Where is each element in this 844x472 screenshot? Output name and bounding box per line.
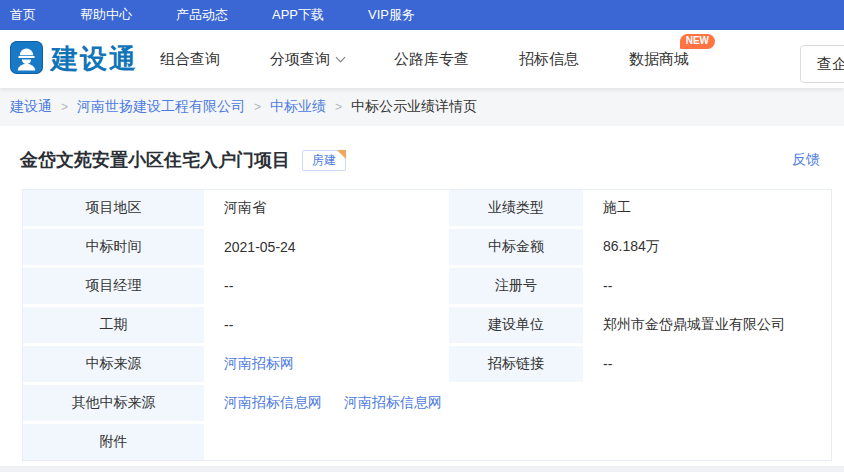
main-nav: 组合查询 分项查询 公路库专查 招标信息 数据商城 NEW	[160, 50, 689, 69]
topbar-item-vip-service[interactable]: VIP服务	[368, 6, 415, 24]
label-bid-date: 中标时间	[23, 229, 204, 265]
label-attachment: 附件	[23, 424, 204, 460]
nav-item-label: 公路库专查	[394, 50, 469, 69]
label-registration-number: 注册号	[449, 268, 583, 304]
label-construction-unit: 建设单位	[449, 307, 583, 343]
label-other-bid-sources: 其他中标来源	[23, 385, 204, 421]
value-bid-source: 河南招标网	[208, 346, 445, 382]
topbar-item-help-center[interactable]: 帮助中心	[80, 6, 132, 24]
nav-item-itemized-query[interactable]: 分项查询	[270, 50, 344, 69]
other-bid-source-link[interactable]: 河南招标信息网	[224, 394, 322, 412]
label-bid-source: 中标来源	[23, 346, 204, 382]
bid-source-link[interactable]: 河南招标网	[224, 355, 294, 373]
value-project-region: 河南省	[208, 190, 445, 226]
value-bid-amount: 86.184万	[587, 229, 831, 265]
label-project-manager: 项目经理	[23, 268, 204, 304]
brand-name: 建设通	[51, 41, 138, 77]
value-other-bid-sources: 河南招标信息网 河南招标信息网	[208, 385, 831, 421]
value-performance-type: 施工	[587, 190, 831, 226]
label-project-region: 项目地区	[23, 190, 204, 226]
value-attachment	[208, 424, 831, 460]
nav-item-combined-query[interactable]: 组合查询	[160, 50, 220, 69]
page-title: 金岱文苑安置小区住宅入户门项目	[20, 148, 290, 172]
category-tag: 房建	[302, 150, 346, 171]
brand-logo[interactable]: 建设通	[10, 41, 138, 78]
nav-item-label: 组合查询	[160, 50, 220, 69]
title-row: 金岱文苑安置小区住宅入户门项目 房建 反馈	[0, 126, 844, 172]
value-registration-number: --	[587, 268, 831, 304]
value-tender-link: --	[587, 346, 831, 382]
nav-item-label: 数据商城	[629, 50, 689, 69]
new-badge: NEW	[680, 34, 715, 49]
value-project-manager: --	[208, 268, 445, 304]
category-tag-label: 房建	[312, 153, 336, 167]
breadcrumb-link-bid-performance[interactable]: 中标业绩	[270, 98, 326, 116]
other-bid-source-link[interactable]: 河南招标信息网	[344, 394, 442, 412]
nav-item-label: 招标信息	[519, 50, 579, 69]
nav-item-label: 分项查询	[270, 50, 330, 69]
label-bid-amount: 中标金额	[449, 229, 583, 265]
breadcrumb-separator: >	[254, 100, 261, 114]
label-tender-link: 招标链接	[449, 346, 583, 382]
search-company-button[interactable]: 查企业	[800, 45, 844, 83]
chevron-down-icon	[336, 53, 346, 63]
label-performance-type: 业绩类型	[449, 190, 583, 226]
nav-item-data-mall[interactable]: 数据商城 NEW	[629, 50, 689, 69]
topbar-item-home[interactable]: 首页	[10, 6, 36, 24]
breadcrumb-link-company[interactable]: 河南世扬建设工程有限公司	[77, 98, 245, 116]
worker-logo-icon	[10, 41, 43, 78]
breadcrumb-current-page: 中标公示业绩详情页	[351, 98, 477, 116]
breadcrumb-separator: >	[335, 100, 342, 114]
breadcrumb-separator: >	[61, 100, 68, 114]
top-utility-bar: 首页 帮助中心 产品动态 APP下载 VIP服务	[0, 0, 844, 30]
value-construction-period: --	[208, 307, 445, 343]
corner-fold-icon	[337, 150, 346, 159]
detail-card: 金岱文苑安置小区住宅入户门项目 房建 反馈 项目地区 河南省 业绩类型 施工 中…	[0, 126, 844, 466]
feedback-link[interactable]: 反馈	[792, 151, 820, 169]
nav-item-highway-db-query[interactable]: 公路库专查	[394, 50, 469, 69]
breadcrumb: 建设通 > 河南世扬建设工程有限公司 > 中标业绩 > 中标公示业绩详情页	[0, 88, 844, 126]
nav-item-tender-info[interactable]: 招标信息	[519, 50, 579, 69]
topbar-item-product-news[interactable]: 产品动态	[176, 6, 228, 24]
main-header: 建设通 组合查询 分项查询 公路库专查 招标信息 数据商城 NEW 查企业	[0, 30, 844, 88]
breadcrumb-link-home[interactable]: 建设通	[10, 98, 52, 116]
value-construction-unit: 郑州市金岱鼎城置业有限公司	[587, 307, 831, 343]
value-bid-date: 2021-05-24	[208, 229, 445, 265]
topbar-item-app-download[interactable]: APP下载	[272, 6, 324, 24]
label-construction-period: 工期	[23, 307, 204, 343]
project-detail-table: 项目地区 河南省 业绩类型 施工 中标时间 2021-05-24 中标金额 86…	[22, 189, 832, 461]
